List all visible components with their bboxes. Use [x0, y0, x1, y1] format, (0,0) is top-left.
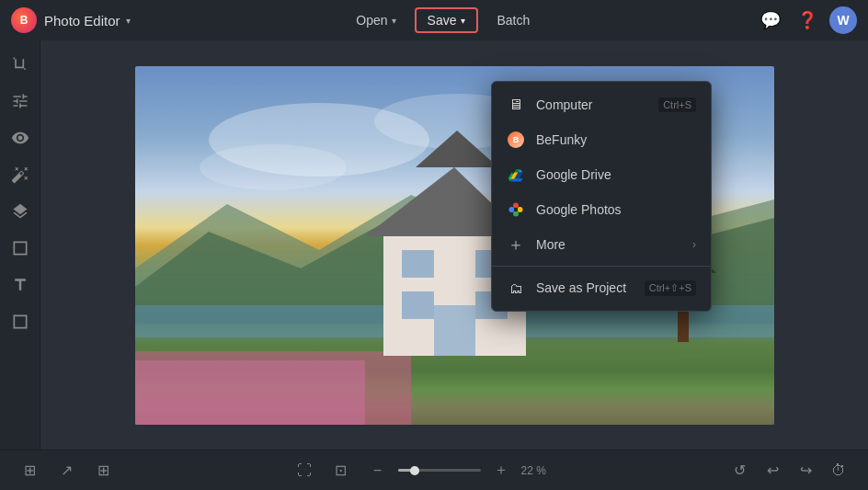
- save-chevron: ▾: [461, 16, 465, 26]
- export-icon: ↗: [61, 462, 73, 479]
- right-controls: ↺ ↩ ↪ ⏱: [725, 456, 853, 485]
- save-computer-label: Computer: [536, 97, 647, 112]
- save-gdrive-item[interactable]: Google Drive: [492, 157, 711, 192]
- gphotos-icon: [507, 200, 525, 219]
- help-icon: ❓: [797, 10, 817, 30]
- batch-label: Batch: [497, 13, 530, 28]
- save-befunky-item[interactable]: B BeFunky: [492, 122, 711, 157]
- refresh-icon: ↺: [734, 462, 746, 479]
- app-logo[interactable]: B: [11, 7, 37, 33]
- menu-divider: [492, 266, 711, 267]
- batch-button[interactable]: Batch: [485, 8, 541, 32]
- svg-point-21: [513, 203, 519, 209]
- save-project-icon: 🗂: [507, 279, 525, 297]
- svg-point-22: [518, 207, 523, 212]
- open-chevron: ▾: [392, 16, 396, 26]
- svg-rect-17: [434, 305, 475, 356]
- save-computer-shortcut: Ctrl+S: [658, 97, 696, 112]
- save-project-shortcut: Ctrl+⇧+S: [645, 280, 696, 296]
- export-button[interactable]: ↗: [51, 456, 81, 485]
- actual-size-button[interactable]: ⊡: [326, 456, 356, 485]
- save-befunky-label: BeFunky: [536, 132, 696, 147]
- zoom-slider-thumb: [410, 466, 419, 475]
- zoom-out-button[interactable]: −: [363, 456, 393, 485]
- save-more-label: More: [536, 237, 681, 252]
- save-project-label: Save as Project: [536, 280, 634, 295]
- help-icon-button[interactable]: ❓: [793, 6, 822, 35]
- sidebar-item-overlays[interactable]: [4, 195, 37, 228]
- save-label: Save: [428, 13, 457, 28]
- zoom-controls: − ＋ 22 %: [363, 456, 554, 485]
- app-title-chevron: ▾: [126, 16, 131, 26]
- main-area: 🖥 Computer Ctrl+S B BeFunky: [0, 40, 868, 450]
- svg-point-25: [514, 208, 519, 212]
- bottombar: ⊞ ↗ ⊞ ⛶ ⊡ − ＋ 22 % ↺ ↩ ↪: [0, 450, 868, 490]
- svg-rect-15: [402, 291, 434, 319]
- user-avatar[interactable]: W: [829, 6, 857, 34]
- sidebar-item-crop[interactable]: [4, 48, 37, 81]
- sidebar-item-graphics[interactable]: [4, 305, 37, 338]
- sidebar-item-effects[interactable]: [4, 121, 37, 154]
- left-sidebar: [0, 40, 40, 450]
- svg-rect-9: [135, 360, 365, 425]
- layers-button[interactable]: ⊞: [15, 456, 44, 485]
- redo-button[interactable]: ↪: [791, 456, 820, 485]
- refresh-button[interactable]: ↺: [725, 456, 754, 485]
- save-computer-item[interactable]: 🖥 Computer Ctrl+S: [492, 87, 711, 122]
- history-button[interactable]: ⏱: [824, 456, 853, 485]
- save-gdrive-label: Google Drive: [536, 167, 696, 182]
- save-project-item[interactable]: 🗂 Save as Project Ctrl+⇧+S: [492, 270, 711, 305]
- app-title-button[interactable]: Photo Editor ▾: [44, 13, 131, 28]
- gdrive-icon: [507, 165, 525, 184]
- sidebar-item-adjust[interactable]: [4, 85, 37, 118]
- app-title-label: Photo Editor: [44, 13, 120, 28]
- grid-icon: ⊞: [97, 462, 109, 479]
- grid-button[interactable]: ⊞: [88, 456, 118, 485]
- more-chevron-icon: ›: [692, 238, 696, 251]
- svg-point-24: [509, 207, 515, 212]
- actual-size-icon: ⊡: [335, 462, 347, 479]
- zoom-percent-label: 22 %: [521, 464, 554, 477]
- fit-screen-button[interactable]: ⛶: [290, 456, 319, 485]
- open-label: Open: [356, 13, 387, 28]
- undo-icon: ↩: [767, 462, 779, 479]
- sidebar-item-text[interactable]: [4, 268, 37, 302]
- more-plus-icon: ＋: [507, 235, 525, 254]
- chat-icon-button[interactable]: 💬: [756, 6, 785, 35]
- svg-point-3: [200, 144, 347, 190]
- zoom-slider[interactable]: [398, 469, 481, 472]
- computer-icon: 🖥: [507, 96, 525, 114]
- save-gphotos-item[interactable]: Google Photos: [492, 192, 711, 227]
- topbar: B Photo Editor ▾ Open ▾ Save ▾ Batch 💬 ❓…: [0, 0, 868, 40]
- redo-icon: ↪: [800, 462, 812, 479]
- zoom-in-icon: ＋: [494, 461, 508, 480]
- svg-point-23: [513, 211, 519, 217]
- fit-screen-icon: ⛶: [297, 462, 312, 479]
- chat-icon: 💬: [760, 10, 781, 30]
- canvas-area: 🖥 Computer Ctrl+S B BeFunky: [40, 40, 868, 450]
- sidebar-item-frames[interactable]: [4, 232, 37, 265]
- open-button[interactable]: Open ▾: [345, 8, 406, 32]
- sidebar-item-retouch[interactable]: [4, 158, 37, 191]
- history-icon: ⏱: [831, 462, 846, 479]
- save-more-item[interactable]: ＋ More ›: [492, 227, 711, 262]
- save-button[interactable]: Save ▾: [415, 7, 479, 33]
- svg-rect-13: [402, 250, 434, 278]
- undo-button[interactable]: ↩: [758, 456, 787, 485]
- zoom-out-icon: −: [373, 462, 382, 479]
- save-dropdown-menu: 🖥 Computer Ctrl+S B BeFunky: [491, 81, 712, 312]
- save-gphotos-label: Google Photos: [536, 202, 696, 217]
- layers-icon: ⊞: [24, 462, 36, 479]
- zoom-in-button[interactable]: ＋: [486, 456, 516, 485]
- befunky-icon: B: [507, 131, 525, 149]
